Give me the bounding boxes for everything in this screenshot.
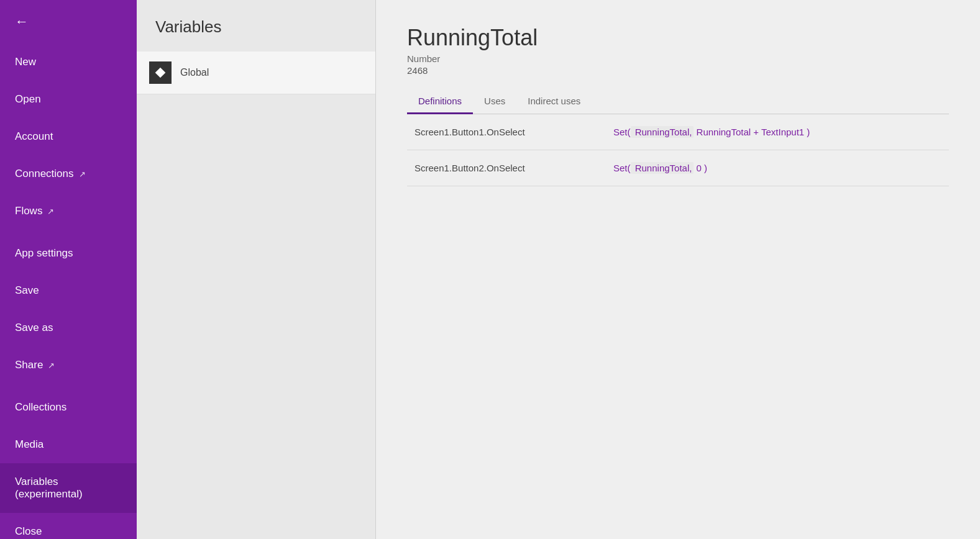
formula-highlight: RunningTotal, [631,162,694,174]
tab-uses[interactable]: Uses [473,89,516,114]
sidebar-item-variables[interactable]: Variables (experimental) [0,463,137,513]
sidebar-item-variables-label: Variables (experimental) [15,476,122,500]
sidebar-item-share[interactable]: Share ↗ [0,346,137,384]
sidebar-item-new[interactable]: New [0,43,137,81]
sidebar-item-save-label: Save [15,284,39,297]
sidebar-item-connections[interactable]: Connections ↗ [0,155,137,192]
sidebar-item-save-as-label: Save as [15,322,53,334]
sidebar-item-app-settings-label: App settings [15,247,73,260]
variable-type: Number [407,53,949,64]
external-link-icon: ↗ [79,170,86,179]
def-formula-2: Set( RunningTotal, 0 ) [606,150,949,186]
main-panel: RunningTotal Number 2468 Definitions Use… [376,0,980,539]
formula-prefix: Set( [613,163,631,173]
def-formula-1: Set( RunningTotal, RunningTotal + TextIn… [606,114,949,150]
global-variable-label: Global [180,67,209,78]
middle-title: Variables [137,0,375,48]
variable-name: RunningTotal [407,25,949,51]
tab-indirect-uses[interactable]: Indirect uses [516,89,592,114]
variable-icon [149,61,172,84]
sidebar-item-flows-label: Flows [15,205,42,217]
diamond-icon [154,66,167,79]
sidebar-item-share-label: Share [15,359,43,371]
sidebar-item-flows[interactable]: Flows ↗ [0,192,137,230]
sidebar-item-media[interactable]: Media [0,426,137,463]
global-variable-item[interactable]: Global [137,52,375,94]
tab-definitions[interactable]: Definitions [407,89,473,114]
sidebar-item-open[interactable]: Open [0,81,137,118]
middle-panel: Variables Global [137,0,376,539]
table-row: Screen1.Button2.OnSelect Set( RunningTot… [407,150,949,186]
sidebar-item-save-as[interactable]: Save as [0,309,137,346]
def-location-2: Screen1.Button2.OnSelect [407,150,606,186]
def-location-1: Screen1.Button1.OnSelect [407,114,606,150]
back-button[interactable]: ← [0,0,137,43]
sidebar-item-app-settings[interactable]: App settings [0,235,137,272]
sidebar-item-close-label: Close [15,525,42,538]
sidebar-item-account-label: Account [15,130,53,143]
definitions-table: Screen1.Button1.OnSelect Set( RunningTot… [407,114,949,186]
formula-suffix: 0 ) [694,163,707,173]
sidebar-item-save[interactable]: Save [0,272,137,309]
sidebar-item-account[interactable]: Account [0,118,137,155]
sidebar-item-media-label: Media [15,438,44,451]
sidebar-item-connections-label: Connections [15,168,74,180]
table-row: Screen1.Button1.OnSelect Set( RunningTot… [407,114,949,150]
external-link-icon: ↗ [48,361,55,370]
sidebar-item-close[interactable]: Close [0,513,137,539]
formula-prefix: Set( [613,127,631,137]
sidebar: ← New Open Account Connections ↗ Flows ↗… [0,0,137,539]
external-link-icon: ↗ [47,207,54,216]
formula-suffix: RunningTotal + TextInput1 ) [694,127,810,137]
back-arrow-icon: ← [15,14,29,30]
variable-value: 2468 [407,65,949,76]
sidebar-item-open-label: Open [15,93,41,106]
formula-highlight: RunningTotal, [631,126,694,138]
variable-list: Global [137,48,375,98]
tabs-bar: Definitions Uses Indirect uses [407,89,949,114]
sidebar-item-collections-label: Collections [15,401,66,414]
sidebar-item-collections[interactable]: Collections [0,389,137,426]
sidebar-item-new-label: New [15,56,36,68]
